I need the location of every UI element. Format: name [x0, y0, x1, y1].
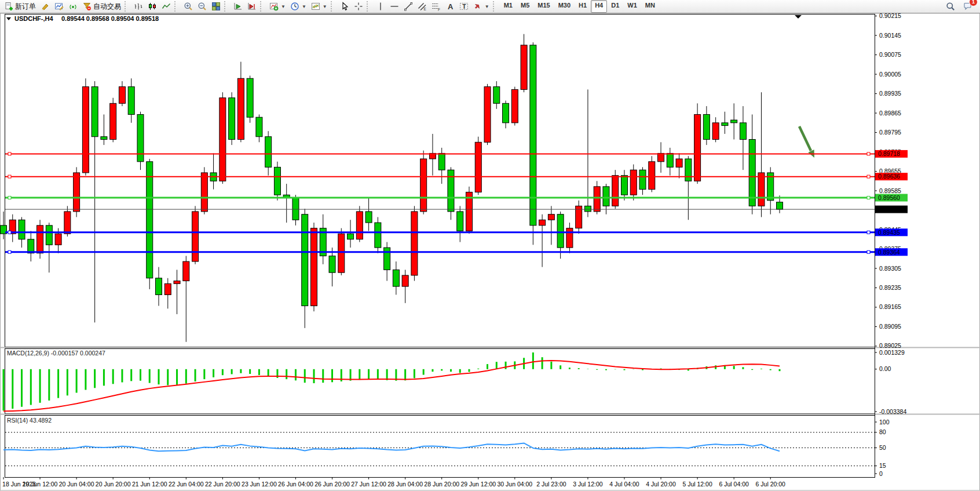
price-tick-label: 0.89585	[879, 187, 901, 194]
line-handle[interactable]	[8, 152, 11, 155]
text-label-button[interactable]: T	[457, 0, 471, 13]
timeframe-m1-button[interactable]: M1	[500, 0, 517, 13]
cursor-button[interactable]	[338, 0, 352, 13]
line-handle[interactable]	[867, 175, 870, 178]
auto-trading-button[interactable]: 自动交易	[80, 0, 123, 13]
line-handle[interactable]	[867, 250, 870, 253]
line-chart-mode-button[interactable]	[159, 0, 173, 13]
date-label: 2 Jul 23:00	[536, 481, 566, 488]
candle	[147, 159, 153, 289]
date-label: 20 Jun 20:00	[96, 481, 131, 488]
date-label: 3 Jul 12:00	[573, 481, 603, 488]
arrows-button[interactable]: ▼	[471, 0, 492, 13]
open-chart-button[interactable]	[52, 0, 66, 13]
vertical-line-button[interactable]	[374, 0, 387, 13]
auto-scroll-button[interactable]	[231, 0, 245, 13]
price-tick-label: 0.89865	[879, 110, 901, 117]
rsi-tick-label: 100	[879, 419, 890, 425]
bar-chart-mode-button[interactable]	[131, 0, 145, 13]
zoom-in-button[interactable]	[181, 0, 195, 13]
rsi-tick-label: 50	[879, 444, 886, 451]
indicators-icon	[269, 2, 279, 11]
toolbar-separator	[174, 1, 179, 12]
price-tick-label: 0.89235	[879, 284, 901, 291]
chart-shift-button[interactable]	[245, 0, 259, 13]
date-label: 27 Jun 12:00	[351, 481, 386, 488]
line-handle[interactable]	[8, 197, 11, 199]
rsi-tick-label: 0	[879, 470, 883, 477]
date-label: 22 Jun 04:00	[169, 481, 204, 488]
candle	[630, 165, 637, 201]
candle-chart-mode-button[interactable]	[145, 0, 159, 13]
line-handle[interactable]	[867, 197, 870, 199]
chart-canvas[interactable]: 0.902150.901450.900750.900050.899350.898…	[0, 13, 980, 491]
price-tick-label: 0.90005	[879, 71, 901, 78]
line-handle[interactable]	[8, 175, 11, 178]
dropdown-arrow-icon[interactable]: ▼	[485, 4, 489, 9]
indicators-button[interactable]: ▼	[267, 0, 288, 13]
candle	[511, 87, 518, 126]
signals-button[interactable]	[66, 0, 80, 13]
price-line-label-text: 0.89636	[878, 173, 900, 180]
autoscroll-icon	[233, 2, 243, 11]
dropdown-arrow-icon[interactable]: ▼	[302, 4, 306, 9]
horizontal-line-button[interactable]	[387, 0, 401, 13]
search-button[interactable]	[944, 0, 957, 13]
date-label: 29 Jun 12:00	[460, 481, 496, 488]
text-button[interactable]: A	[443, 0, 457, 13]
line-handle[interactable]	[8, 231, 11, 234]
linechart-icon	[162, 2, 171, 11]
text-t-icon: T	[459, 2, 469, 11]
styler-button[interactable]	[38, 0, 52, 13]
chat-button[interactable]: 1	[961, 0, 975, 13]
candle	[375, 217, 381, 253]
periods-button[interactable]: ▼	[288, 0, 309, 13]
svg-text:A: A	[448, 2, 454, 11]
templates-button[interactable]: ▼	[309, 0, 330, 13]
candle	[411, 206, 418, 281]
timeframe-m5-button[interactable]: M5	[517, 0, 533, 13]
price-line-label-text: 0.89560	[878, 194, 900, 201]
zoom-out-button[interactable]	[195, 0, 209, 13]
crosshair-button[interactable]	[352, 0, 365, 13]
dropdown-arrow-icon[interactable]: ▼	[323, 4, 327, 9]
trendline-button[interactable]	[401, 0, 415, 13]
chart-window: 0.902150.901450.900750.900050.899350.898…	[0, 13, 980, 491]
date-label: 6 Jul 20:00	[756, 481, 786, 488]
dropdown-arrow-icon[interactable]: ▼	[281, 4, 286, 9]
timeframe-mn-button[interactable]: MN	[641, 0, 659, 13]
date-label: 26 Jun 20:00	[315, 481, 350, 488]
crosshair-icon	[354, 2, 363, 11]
svg-text:F: F	[438, 8, 440, 12]
line-handle[interactable]	[867, 152, 870, 155]
new-order-button[interactable]: 新订单	[2, 0, 38, 13]
timeframe-h4-button[interactable]: H4	[591, 0, 607, 13]
timeframe-w1-button[interactable]: W1	[623, 0, 641, 13]
candle	[82, 78, 89, 175]
zoom-in-icon	[184, 2, 193, 11]
timeframe-h1-button[interactable]: H1	[575, 0, 591, 13]
hline-icon	[390, 2, 399, 11]
line-handle[interactable]	[867, 231, 870, 234]
candle	[420, 151, 427, 214]
tile-windows-button[interactable]	[209, 0, 223, 13]
chart-pen-icon	[54, 2, 64, 11]
auto-trading-label: 自动交易	[93, 2, 121, 12]
timeframe-d1-button[interactable]: D1	[607, 0, 623, 13]
candle	[356, 206, 363, 242]
macd-tick-label: 0.001329	[879, 349, 905, 356]
date-label: 5 Jul 12:00	[682, 481, 712, 488]
line-handle[interactable]	[8, 250, 11, 253]
fibo-icon: F	[432, 2, 441, 11]
candle	[192, 206, 199, 264]
timeframe-m30-button[interactable]: M30	[554, 0, 575, 13]
date-label: 23 Jun 12:00	[242, 481, 277, 488]
timeframe-m15-button[interactable]: M15	[533, 0, 554, 13]
search-icon	[946, 2, 955, 11]
rsi-tick-label: 80	[879, 428, 886, 435]
fibonacci-button[interactable]: F	[429, 0, 443, 13]
date-label: 28 Jun 20:00	[424, 481, 459, 488]
chart-title: USDCHF-,H4 0.89544 0.89568 0.89504 0.895…	[6, 15, 159, 22]
equidistant-channel-button[interactable]: E	[415, 0, 429, 13]
date-label: 21 Jun 12:00	[132, 481, 167, 488]
